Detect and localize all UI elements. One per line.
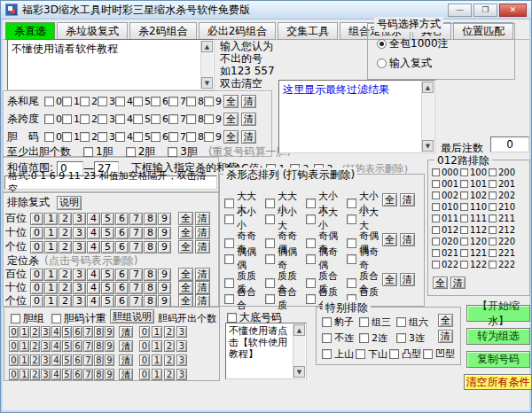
digit-checkbox[interactable]: 9 <box>204 96 222 107</box>
digit-checkbox[interactable]: 9 <box>204 131 222 143</box>
count-button[interactable]: 0 <box>139 355 150 366</box>
road012-checkbox[interactable]: 201 <box>489 179 517 189</box>
digit-button[interactable]: 4 <box>51 340 61 352</box>
special-checkbox[interactable]: 下山 <box>356 347 389 361</box>
digit-button[interactable]: 8 <box>94 355 104 366</box>
road012-checkbox[interactable]: 021 <box>432 248 460 258</box>
road012-checkbox[interactable]: 110 <box>460 202 489 212</box>
select-all-button[interactable]: 全 <box>382 273 397 286</box>
digit-button[interactable]: 7 <box>129 269 143 281</box>
pattern-checkbox[interactable]: 小小小 <box>224 206 265 232</box>
count-button[interactable]: 3 <box>176 355 187 366</box>
tab-kill-2code[interactable]: 杀2码组合 <box>129 22 197 40</box>
digit-button[interactable]: 0 <box>9 355 19 366</box>
digit-checkbox[interactable]: 3 <box>98 96 115 107</box>
special-checkbox[interactable]: 不连 <box>322 331 359 345</box>
road012-checkbox[interactable]: 202 <box>489 191 517 200</box>
clear-button[interactable]: 清 <box>119 355 133 366</box>
special-checkbox[interactable]: 豹子 <box>322 316 359 329</box>
road012-checkbox[interactable]: 022 <box>432 260 460 269</box>
select-all-button[interactable]: 全 <box>178 281 193 294</box>
count-button[interactable]: 1 <box>152 355 162 366</box>
road012-checkbox[interactable]: 200 <box>489 168 517 177</box>
pattern-checkbox[interactable]: 偶奇偶 <box>306 245 347 272</box>
tab-kill-junk-duplex[interactable]: 杀垃圾复式 <box>57 22 128 40</box>
road012-checkbox[interactable]: 111 <box>460 214 489 223</box>
minimize-button[interactable]: — <box>448 4 472 17</box>
scroll-down-icon[interactable]: ▼ <box>293 366 305 378</box>
digit-button[interactable]: 2 <box>59 282 72 294</box>
digit-button[interactable]: 9 <box>105 355 114 366</box>
sum-kill-input[interactable]: 格式:0 1 6 9 11 23 和值加空格隔开，双击清空 <box>4 175 217 190</box>
digit-checkbox[interactable]: 1 <box>62 96 80 107</box>
tab-intersect-tool[interactable]: 交集工具 <box>278 22 338 40</box>
digit-button[interactable]: 5 <box>62 326 72 338</box>
clear-button[interactable]: 清 <box>119 326 133 338</box>
count-button[interactable]: 3 <box>176 369 187 380</box>
scroll-up-icon[interactable]: ▲ <box>293 324 305 336</box>
digit-button[interactable]: 2 <box>30 340 40 352</box>
road012-checkbox[interactable]: 221 <box>489 248 517 258</box>
digit-checkbox[interactable]: 8 <box>186 96 204 107</box>
digit-button[interactable]: 2 <box>59 295 72 308</box>
clear-button[interactable]: 清 <box>400 273 415 286</box>
digit-button[interactable]: 4 <box>87 213 100 225</box>
digit-button[interactable]: 1 <box>20 369 29 380</box>
digit-button[interactable]: 1 <box>20 340 29 352</box>
digit-button[interactable]: 3 <box>73 269 86 281</box>
to-group-select-button[interactable]: 转为组选 <box>466 328 530 345</box>
digit-button[interactable]: 7 <box>129 295 143 308</box>
road012-checkbox[interactable]: 120 <box>460 237 489 246</box>
digit-button[interactable]: 3 <box>73 227 86 239</box>
digit-button[interactable]: 3 <box>73 213 86 225</box>
select-all-button[interactable]: 全 <box>178 240 193 253</box>
digit-button[interactable]: 8 <box>94 369 104 380</box>
tab-kill-direct[interactable]: 杀直选 <box>5 22 55 40</box>
digit-button[interactable]: 9 <box>105 369 114 380</box>
digit-button[interactable]: 4 <box>87 227 100 239</box>
select-all-button[interactable]: 全 <box>223 130 239 144</box>
radio-full-1000[interactable]: 全包1000注 <box>377 36 449 51</box>
count-button[interactable]: 1 <box>152 340 162 352</box>
final-count-input[interactable]: 0 <box>490 136 529 152</box>
digit-button[interactable]: 0 <box>30 295 43 308</box>
select-all-button[interactable]: 全 <box>438 314 453 327</box>
digit-button[interactable]: 6 <box>115 295 129 308</box>
digit-button[interactable]: 6 <box>73 326 82 338</box>
digit-button[interactable]: 6 <box>115 282 129 294</box>
digit-button[interactable]: 6 <box>73 369 82 380</box>
digit-checkbox[interactable]: 7 <box>168 131 186 143</box>
digit-button[interactable]: 0 <box>30 241 43 253</box>
road012-checkbox[interactable]: 000 <box>432 168 460 177</box>
digit-checkbox[interactable]: 1 <box>62 131 80 143</box>
digit-checkbox[interactable]: 4 <box>115 113 133 125</box>
clear-button[interactable]: 清 <box>119 369 133 380</box>
digit-checkbox[interactable]: 9 <box>204 113 222 125</box>
radio-input-duplex[interactable]: 输入复式 <box>377 56 432 71</box>
digit-button[interactable]: 5 <box>62 355 72 366</box>
digit-checkbox[interactable]: 3 <box>98 113 115 125</box>
clear-button[interactable]: 清 <box>119 340 133 352</box>
start-shrink-button[interactable]: 【开始缩水】 <box>466 305 530 322</box>
road012-checkbox[interactable]: 212 <box>489 225 517 235</box>
digit-button[interactable]: 5 <box>101 282 114 294</box>
digit-button[interactable]: 9 <box>158 213 171 225</box>
digit-checkbox[interactable]: 3 <box>98 131 115 143</box>
digit-button[interactable]: 7 <box>129 241 143 253</box>
digit-button[interactable]: 1 <box>44 227 58 239</box>
road012-checkbox[interactable]: 222 <box>489 260 517 269</box>
digit-button[interactable]: 3 <box>73 282 86 294</box>
digit-button[interactable]: 7 <box>129 213 143 225</box>
digit-checkbox[interactable]: 5 <box>133 113 151 125</box>
digit-checkbox[interactable]: 2 <box>80 113 98 125</box>
select-all-button[interactable]: 全 <box>223 113 239 126</box>
digit-checkbox[interactable]: 4 <box>115 131 133 143</box>
digit-button[interactable]: 4 <box>51 355 61 366</box>
digit-button[interactable]: 6 <box>73 340 82 352</box>
digit-button[interactable]: 4 <box>87 241 100 253</box>
digit-checkbox[interactable]: 0 <box>44 113 62 125</box>
digit-button[interactable]: 6 <box>115 269 129 281</box>
scroll-up-icon[interactable]: ▲ <box>422 82 434 93</box>
road012-checkbox[interactable]: 100 <box>460 168 489 177</box>
digit-button[interactable]: 8 <box>94 340 104 352</box>
